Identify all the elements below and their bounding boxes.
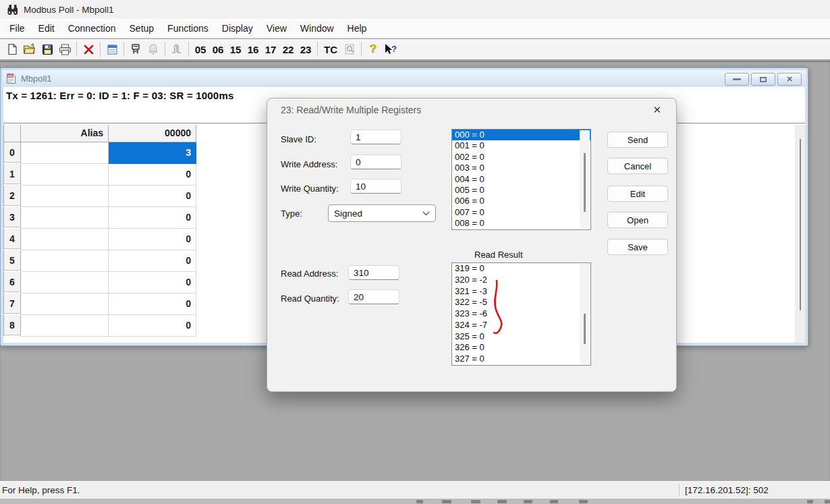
alias-cell[interactable] — [21, 164, 109, 186]
list-item[interactable]: 003 = 0 — [452, 163, 590, 173]
scrollbar-thumb[interactable] — [584, 314, 586, 344]
minimize-button[interactable] — [725, 73, 749, 86]
menu-item[interactable]: Window — [294, 19, 341, 38]
read-result-list[interactable]: 319 = 0 320 = -2 321 = -3 322 = -5 323 =… — [451, 262, 591, 366]
function-code-button[interactable]: 23 — [297, 41, 314, 58]
close-button[interactable]: ✕ — [777, 73, 802, 86]
alias-cell[interactable] — [21, 250, 109, 272]
menu-item[interactable]: Help — [341, 19, 374, 38]
list-item[interactable]: 002 = 0 — [452, 152, 590, 163]
edit-button[interactable]: Edit — [607, 186, 668, 202]
function-code-button[interactable]: 15 — [227, 41, 244, 58]
alias-cell[interactable] — [21, 315, 109, 337]
menu-item[interactable]: Edit — [32, 19, 61, 38]
display-setup-icon[interactable] — [103, 41, 121, 58]
row-header[interactable]: 0 — [3, 142, 21, 164]
row-header[interactable]: 5 — [3, 250, 21, 272]
single-poll-icon[interactable] — [168, 41, 186, 58]
function-code-button[interactable]: 16 — [244, 41, 262, 58]
list-item[interactable]: 320 = -2 — [452, 275, 590, 286]
write-quantity-field[interactable] — [350, 179, 402, 194]
alias-cell[interactable] — [21, 207, 109, 229]
open-button[interactable]: Open — [607, 212, 668, 228]
alias-cell[interactable] — [21, 186, 109, 207]
context-help-icon[interactable]: ? — [382, 41, 399, 58]
alias-column-header[interactable]: Alias — [21, 125, 109, 142]
list-item[interactable]: 000 = 0 — [452, 130, 590, 140]
child-title-bar[interactable]: DOC Mbpoll1 ✕ — [3, 70, 806, 87]
type-select[interactable]: Signed — [328, 204, 436, 222]
vertical-scrollbar[interactable] — [795, 125, 805, 343]
new-file-icon[interactable] — [3, 41, 21, 58]
scrollbar-thumb[interactable] — [584, 153, 586, 212]
send-button[interactable]: Send — [607, 132, 668, 148]
scrollbar-thumb[interactable] — [800, 139, 801, 310]
menu-item[interactable]: View — [260, 19, 294, 38]
function-code-button[interactable]: 05 — [192, 41, 209, 58]
value-cell[interactable]: 0 — [109, 207, 196, 229]
value-cell[interactable]: 0 — [109, 272, 196, 293]
function-code-button[interactable]: 22 — [279, 41, 297, 58]
function-code-button[interactable]: 06 — [209, 41, 227, 58]
address-column-header[interactable]: 00000 — [109, 125, 196, 142]
value-cell[interactable]: 0 — [109, 229, 196, 250]
row-header[interactable]: 6 — [3, 272, 21, 293]
list-item[interactable]: 007 = 0 — [452, 207, 590, 218]
restore-button[interactable] — [751, 73, 775, 86]
value-cell[interactable]: 0 — [109, 250, 196, 272]
menu-item[interactable]: Connection — [61, 19, 123, 38]
communication-icon[interactable] — [127, 41, 144, 58]
cut-connection-icon[interactable] — [80, 41, 97, 58]
zoom-icon[interactable] — [341, 41, 358, 58]
row-header[interactable]: 3 — [3, 207, 21, 229]
dialog-close-icon[interactable]: ✕ — [648, 103, 665, 117]
list-item[interactable]: 319 = 0 — [452, 263, 590, 275]
cancel-button[interactable]: Cancel — [607, 158, 668, 174]
read-list-scrollbar[interactable] — [580, 264, 590, 364]
row-header[interactable]: 4 — [3, 229, 21, 250]
list-item[interactable]: 001 = 0 — [452, 140, 590, 151]
value-cell[interactable]: 3 — [109, 142, 196, 164]
row-header[interactable]: 7 — [3, 293, 21, 315]
auto-poll-icon[interactable] — [144, 41, 162, 58]
save-button[interactable]: Save — [607, 239, 668, 255]
menu-item[interactable]: File — [3, 19, 32, 38]
write-address-field[interactable] — [350, 155, 402, 169]
slave-id-field[interactable] — [350, 130, 402, 144]
list-item[interactable]: 322 = -5 — [452, 297, 590, 308]
alias-cell[interactable] — [21, 293, 109, 315]
list-item[interactable]: 008 = 0 — [452, 218, 590, 229]
list-item[interactable]: 327 = 0 — [452, 354, 590, 365]
write-registers-list[interactable]: 000 = 0 001 = 0 002 = 0 003 = 0 004 = 0 … — [451, 129, 591, 230]
read-quantity-field[interactable] — [348, 289, 399, 304]
read-address-field[interactable] — [348, 265, 399, 280]
write-list-scrollbar[interactable] — [580, 130, 590, 229]
function-code-button[interactable]: 17 — [262, 41, 279, 58]
list-item[interactable]: 005 = 0 — [452, 185, 590, 196]
list-item[interactable]: 326 = 0 — [452, 342, 590, 354]
list-item[interactable]: 325 = 0 — [452, 331, 590, 343]
menu-item[interactable]: Functions — [161, 19, 215, 38]
help-icon[interactable]: ? — [364, 41, 382, 58]
print-icon[interactable] — [56, 41, 74, 58]
test-center-button[interactable]: TC — [321, 41, 341, 58]
alias-cell[interactable] — [21, 272, 109, 293]
alias-cell[interactable] — [21, 142, 109, 164]
value-cell[interactable]: 0 — [109, 186, 196, 207]
value-cell[interactable]: 0 — [109, 293, 196, 315]
list-item[interactable]: 323 = -6 — [452, 308, 590, 320]
menu-item[interactable]: Display — [215, 19, 260, 38]
alias-cell[interactable] — [21, 229, 109, 250]
save-icon[interactable] — [38, 41, 56, 58]
row-header[interactable]: 2 — [3, 186, 21, 207]
list-item[interactable]: 004 = 0 — [452, 174, 590, 185]
list-item[interactable]: 006 = 0 — [452, 196, 590, 206]
open-file-icon[interactable] — [21, 41, 38, 58]
list-item[interactable]: 321 = -3 — [452, 286, 590, 298]
value-cell[interactable]: 0 — [109, 315, 196, 337]
list-item[interactable]: 324 = -7 — [452, 320, 590, 331]
row-header[interactable]: 8 — [3, 315, 21, 337]
value-cell[interactable]: 0 — [109, 164, 196, 186]
row-header[interactable]: 1 — [3, 164, 21, 186]
menu-item[interactable]: Setup — [123, 19, 161, 38]
